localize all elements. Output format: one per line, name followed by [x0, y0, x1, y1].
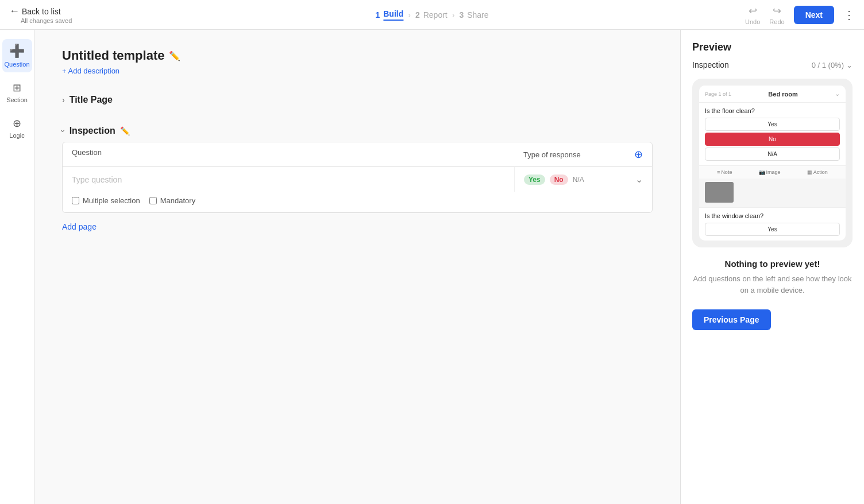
phone-screen: Page 1 of 1 Bed room ⌄ Is the floor clea…	[699, 86, 846, 241]
response-chevron-icon[interactable]: ⌄	[635, 174, 643, 185]
image-icon: 📷	[759, 169, 765, 175]
col-question-header: Question	[63, 142, 514, 166]
template-title: Untitled template	[62, 48, 164, 63]
note-icon: ≡	[717, 169, 720, 175]
phone-section-name: Bed room	[768, 91, 797, 98]
nav-steps: 1 Build › 2 Report › 3 Share	[375, 9, 488, 21]
sidebar-section-button[interactable]: ⊞ Section	[2, 77, 32, 108]
more-options-button[interactable]: ⋮	[843, 8, 855, 22]
main-layout: ➕ Question ⊞ Section ⊕ Logic Untitled te…	[0, 30, 864, 504]
question-table: Question Type of response ⊕ Yes No	[62, 142, 653, 213]
step-2-label: Report	[423, 10, 448, 20]
previous-page-button[interactable]: Previous Page	[692, 309, 771, 330]
phone-image-area	[699, 179, 846, 207]
phone-answers-2: Yes	[705, 223, 840, 236]
preview-inspection-label: Inspection	[692, 60, 729, 69]
step-arrow-2: ›	[452, 10, 455, 20]
title-page-title: Title Page	[70, 95, 113, 105]
question-input[interactable]	[72, 175, 505, 184]
phone-answer-yes[interactable]: Yes	[705, 118, 840, 131]
response-yes-badge[interactable]: Yes	[524, 175, 545, 185]
phone-tool-note[interactable]: ≡ Note	[717, 169, 732, 175]
sidebar-question-button[interactable]: ➕ Question	[2, 39, 32, 72]
question-row-footer: Multiple selection Mandatory	[63, 192, 652, 212]
table-header: Question Type of response ⊕	[63, 142, 652, 167]
question-row-main: Yes No N/A ⌄	[63, 167, 652, 192]
step-3-num: 3	[459, 10, 464, 20]
undo-label: Undo	[745, 18, 760, 25]
inspection-header[interactable]: › Inspection ✏️	[62, 120, 653, 142]
template-title-edit-icon[interactable]: ✏️	[169, 51, 180, 61]
mandatory-checkbox[interactable]	[149, 197, 157, 204]
phone-tool-action[interactable]: ▦ Action	[807, 169, 828, 175]
phone-page-header: Page 1 of 1 Bed room ⌄	[699, 86, 846, 103]
back-arrow-icon: ←	[9, 5, 20, 17]
title-page-header[interactable]: › Title Page	[62, 89, 653, 111]
add-question-icon[interactable]: ⊕	[634, 148, 643, 161]
response-na-badge[interactable]: N/A	[573, 176, 584, 184]
next-button[interactable]: Next	[794, 6, 834, 24]
add-page-link[interactable]: Add page	[62, 222, 97, 231]
add-description-link[interactable]: + Add description	[62, 67, 653, 75]
step-1-label: Build	[383, 9, 403, 21]
back-link[interactable]: ← Back to list All changes saved	[9, 5, 72, 24]
template-title-row: Untitled template ✏️	[62, 48, 653, 63]
phone-image-thumbnail	[705, 182, 734, 203]
step-report[interactable]: 2 Report	[415, 10, 448, 20]
preview-panel: Preview Inspection 0 / 1 (0%) ⌄ Page 1 o…	[680, 30, 864, 504]
step-1-num: 1	[375, 10, 380, 20]
preview-empty-title: Nothing to preview yet!	[692, 259, 853, 269]
nav-right: ↩ Undo ↪ Redo Next ⋮	[745, 5, 855, 25]
preview-progress-chevron-icon: ⌄	[846, 61, 853, 69]
mandatory-label[interactable]: Mandatory	[149, 196, 195, 205]
left-sidebar: ➕ Question ⊞ Section ⊕ Logic	[0, 30, 34, 504]
multiple-selection-label[interactable]: Multiple selection	[72, 196, 140, 205]
sidebar-question-label: Question	[4, 61, 29, 68]
phone-chevron-icon: ⌄	[835, 90, 840, 98]
action-icon: ▦	[807, 169, 812, 175]
redo-button[interactable]: ↪ Redo	[769, 5, 784, 25]
top-nav: ← Back to list All changes saved 1 Build…	[0, 0, 864, 30]
table-row: Yes No N/A ⌄ Multiple selection	[63, 167, 652, 212]
sidebar-logic-label: Logic	[9, 132, 24, 139]
title-page-section: › Title Page	[62, 89, 653, 111]
back-label: Back to list	[22, 7, 61, 16]
col-response-header: Type of response ⊕	[514, 142, 652, 166]
undo-button[interactable]: ↩ Undo	[745, 5, 760, 25]
step-arrow-1: ›	[408, 10, 411, 20]
step-build[interactable]: 1 Build	[375, 9, 403, 21]
undo-icon: ↩	[749, 5, 757, 17]
question-input-cell	[63, 168, 514, 192]
phone-question-1-text: Is the floor clean?	[705, 107, 840, 114]
preview-inspection-row: Inspection 0 / 1 (0%) ⌄	[692, 60, 853, 69]
phone-question-1: Is the floor clean? Yes No N/A	[699, 103, 846, 165]
phone-answer-2-yes[interactable]: Yes	[705, 223, 840, 236]
response-cell: Yes No N/A ⌄	[514, 167, 652, 192]
undo-redo-group: ↩ Undo ↪ Redo	[745, 5, 785, 25]
sidebar-logic-button[interactable]: ⊕ Logic	[2, 113, 32, 144]
multiple-selection-checkbox[interactable]	[72, 197, 79, 204]
preview-progress: 0 / 1 (0%) ⌄	[812, 61, 853, 69]
phone-answers-1: Yes No N/A	[705, 118, 840, 161]
autosave-status: All changes saved	[21, 17, 72, 24]
step-share[interactable]: 3 Share	[459, 10, 488, 20]
redo-label: Redo	[769, 18, 784, 25]
phone-answer-na[interactable]: N/A	[705, 148, 840, 161]
step-2-num: 2	[415, 10, 420, 20]
preview-title: Preview	[692, 41, 853, 53]
plus-icon: ➕	[9, 44, 25, 59]
phone-question-2: Is the window clean? Yes	[699, 207, 846, 241]
step-3-label: Share	[467, 10, 488, 20]
multiple-selection-text: Multiple selection	[83, 196, 140, 205]
sidebar-section-label: Section	[6, 96, 28, 103]
response-no-badge[interactable]: No	[550, 175, 568, 185]
title-page-chevron-icon: ›	[62, 95, 65, 104]
phone-mockup: Page 1 of 1 Bed room ⌄ Is the floor clea…	[692, 79, 853, 247]
redo-icon: ↪	[773, 5, 781, 17]
content-area: Untitled template ✏️ + Add description ›…	[34, 30, 680, 504]
phone-tool-image[interactable]: 📷 Image	[759, 169, 781, 175]
phone-tools: ≡ Note 📷 Image ▦ Action	[699, 165, 846, 179]
phone-answer-no[interactable]: No	[705, 133, 840, 146]
inspection-edit-icon[interactable]: ✏️	[120, 126, 130, 135]
mandatory-text: Mandatory	[160, 196, 195, 205]
